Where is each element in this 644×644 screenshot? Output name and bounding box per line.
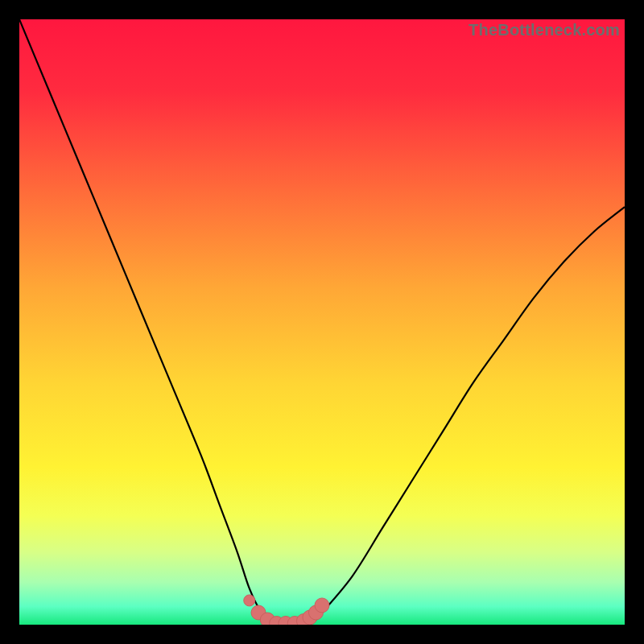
gradient-background <box>19 19 625 625</box>
chart-frame: TheBottleneck.com <box>19 19 625 625</box>
marker-point <box>315 598 329 613</box>
watermark-label: TheBottleneck.com <box>469 21 620 39</box>
chart-svg <box>19 19 625 625</box>
marker-point <box>244 595 255 606</box>
chart-plot-area: TheBottleneck.com <box>19 19 625 625</box>
